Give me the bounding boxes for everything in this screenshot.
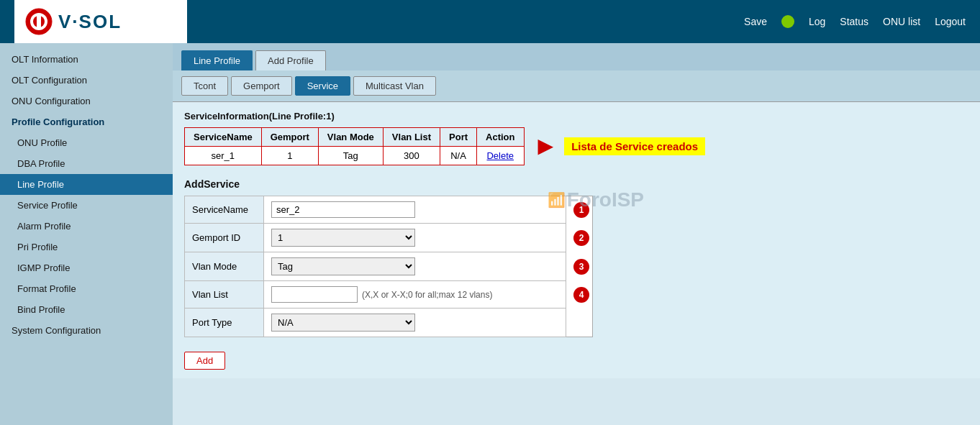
badge-vlan-list: 4 xyxy=(573,287,589,303)
sidebar-item-bind-profile[interactable]: Bind Profile xyxy=(0,299,173,320)
gemport-tab[interactable]: Gemport xyxy=(231,76,292,96)
sidebar-item-olt-config[interactable]: OLT Configuration xyxy=(0,70,173,91)
vsol-logo-icon xyxy=(25,8,53,35)
sidebar-item-line-profile[interactable]: Line Profile xyxy=(0,174,173,195)
form-label-vlan-mode: Vlan Mode xyxy=(185,252,264,281)
table-header-action: Action xyxy=(477,128,524,147)
cell-vlan_list: 300 xyxy=(383,147,440,165)
sidebar-item-onu-profile[interactable]: ONU Profile xyxy=(0,132,173,153)
add-button[interactable]: Add xyxy=(184,352,225,370)
vlan-mode-select[interactable]: TagTransparentTranslate xyxy=(271,257,415,275)
form-input-cell-vlan-list: (X,X or X-X;0 for all;max 12 vlans) xyxy=(264,281,566,309)
sidebar-item-onu-config[interactable]: ONU Configuration xyxy=(0,91,173,111)
header: V·SOL Save Log Status ONU list Logout xyxy=(0,0,980,43)
line-profile-tab[interactable]: Line Profile xyxy=(181,50,253,70)
sidebar-item-format-profile[interactable]: Format Profile xyxy=(0,278,173,299)
annotation-container: ► Lista de Service creados xyxy=(533,133,706,159)
badge-cell-port-type xyxy=(566,309,593,337)
tcont-tab[interactable]: Tcont xyxy=(181,76,228,96)
form-row-gemport-id: Gemport ID12342 xyxy=(185,224,593,252)
header-right: Save Log Status ONU list Logout xyxy=(744,15,966,28)
table-header-servicename: ServiceName xyxy=(185,128,262,147)
badge-cell-gemport-id: 2 xyxy=(566,224,593,252)
table-header-vlan-list: Vlan List xyxy=(383,128,440,147)
annotation-label: Lista de Service creados xyxy=(564,137,705,155)
delete-link[interactable]: Delete xyxy=(486,150,514,161)
form-label-gemport-id: Gemport ID xyxy=(185,224,264,252)
table-header-gemport: Gemport xyxy=(261,128,318,147)
content-body: 📶 ForoISP ServiceInformation(Line Profil… xyxy=(173,102,980,378)
sidebar-item-igmp-profile[interactable]: IGMP Profile xyxy=(0,257,173,278)
table-header-row: ServiceNameGemportVlan ModeVlan ListPort… xyxy=(185,128,525,147)
sidebar-item-olt-info[interactable]: OLT Information xyxy=(0,49,173,70)
status-dot-icon xyxy=(781,15,794,28)
service-table: ServiceNameGemportVlan ModeVlan ListPort… xyxy=(184,127,525,165)
top-tab-bar: Line ProfileAdd Profile xyxy=(173,43,980,70)
section-info-title: ServiceInformation(Line Profile:1) xyxy=(184,111,968,122)
table-annotation-row: ServiceNameGemportVlan ModeVlan ListPort… xyxy=(184,127,968,178)
main-layout: OLT InformationOLT ConfigurationONU Conf… xyxy=(0,43,980,425)
form-row-port-type: Port TypeN/AETHVEIP xyxy=(185,309,593,337)
form-body: ServiceName1Gemport ID12342Vlan ModeTagT… xyxy=(185,196,593,337)
sidebar-item-system-config[interactable]: System Configuration xyxy=(0,320,173,341)
logo-text: V·SOL xyxy=(58,11,122,33)
sidebar-item-alarm-profile[interactable]: Alarm Profile xyxy=(0,216,173,237)
table-header-vlan-mode: Vlan Mode xyxy=(318,128,383,147)
badge-vlan-mode: 3 xyxy=(573,259,589,275)
gemport-id-select[interactable]: 1234 xyxy=(271,229,415,247)
cell-port: N/A xyxy=(440,147,477,165)
port-type-select[interactable]: N/AETHVEIP xyxy=(271,314,415,332)
form-label-vlan-list: Vlan List xyxy=(185,281,264,309)
log-link[interactable]: Log xyxy=(809,16,825,27)
add-service-form: ServiceName1Gemport ID12342Vlan ModeTagT… xyxy=(184,196,593,337)
sidebar: OLT InformationOLT ConfigurationONU Conf… xyxy=(0,43,173,425)
form-label-service-name: ServiceName xyxy=(185,196,264,224)
form-label-port-type: Port Type xyxy=(185,309,264,337)
badge-service-name: 1 xyxy=(573,202,589,218)
table-body: ser_11Tag300N/ADelete xyxy=(185,147,525,165)
badge-cell-vlan-mode: 3 xyxy=(566,252,593,281)
svg-rect-3 xyxy=(37,15,41,28)
cell-gemport: 1 xyxy=(261,147,318,165)
add-service-title: AddService xyxy=(184,178,968,190)
content-area: Line ProfileAdd Profile TcontGemportServ… xyxy=(173,43,980,425)
sidebar-item-service-profile[interactable]: Service Profile xyxy=(0,195,173,216)
cell-service_name: ser_1 xyxy=(185,147,262,165)
form-row-vlan-mode: Vlan ModeTagTransparentTranslate3 xyxy=(185,252,593,281)
arrow-icon: ► xyxy=(533,133,559,159)
add-button-container: Add xyxy=(184,344,968,370)
onu-list-link[interactable]: ONU list xyxy=(883,16,920,27)
cell-vlan_mode: Tag xyxy=(318,147,383,165)
sub-tab-bar: TcontGemportServiceMulticast Vlan xyxy=(173,70,980,102)
table-header-port: Port xyxy=(440,128,477,147)
sidebar-item-profile-config: Profile Configuration xyxy=(0,111,173,132)
form-input-cell-gemport-id: 1234 xyxy=(264,224,566,252)
service-name-input[interactable] xyxy=(271,201,415,218)
sidebar-item-pri-profile[interactable]: Pri Profile xyxy=(0,237,173,257)
badge-cell-vlan-list: 4 xyxy=(566,281,593,309)
vlan-list-input[interactable] xyxy=(271,286,358,303)
save-button[interactable]: Save xyxy=(744,16,767,27)
sidebar-item-dba-profile[interactable]: DBA Profile xyxy=(0,153,173,174)
status-link[interactable]: Status xyxy=(840,16,868,27)
multicast-tab[interactable]: Multicast Vlan xyxy=(353,76,436,96)
service-tab[interactable]: Service xyxy=(295,76,350,96)
form-row-service-name: ServiceName1 xyxy=(185,196,593,224)
form-input-cell-service-name xyxy=(264,196,566,224)
table-row: ser_11Tag300N/ADelete xyxy=(185,147,525,165)
form-row-vlan-list: Vlan List(X,X or X-X;0 for all;max 12 vl… xyxy=(185,281,593,309)
cell-action: Delete xyxy=(477,147,524,165)
logo-area: V·SOL xyxy=(14,0,187,43)
add-profile-tab[interactable]: Add Profile xyxy=(255,50,326,70)
badge-gemport-id: 2 xyxy=(573,230,589,246)
vlan-hint: (X,X or X-X;0 for all;max 12 vlans) xyxy=(362,290,492,300)
logout-link[interactable]: Logout xyxy=(935,16,966,27)
form-input-cell-vlan-mode: TagTransparentTranslate xyxy=(264,252,566,281)
form-input-cell-port-type: N/AETHVEIP xyxy=(264,309,566,337)
badge-cell-service-name: 1 xyxy=(566,196,593,224)
